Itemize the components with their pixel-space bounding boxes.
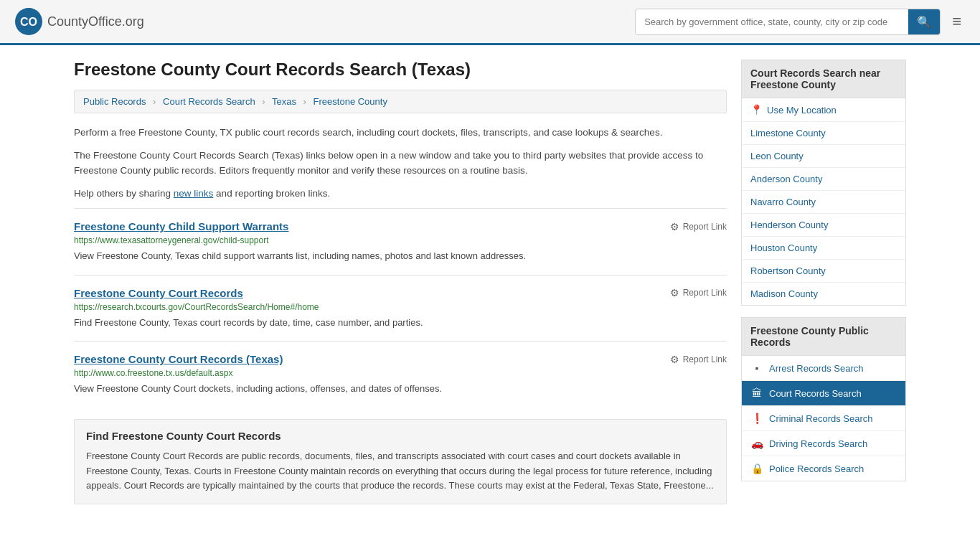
public-records-header: Freestone County Public Records	[741, 317, 906, 355]
report-icon-1: ⚙	[670, 287, 679, 298]
nearby-county-link-3[interactable]: Navarro County	[750, 197, 816, 207]
header: CO CountyOffice.org 🔍 ≡	[0, 0, 980, 45]
use-location-item[interactable]: 📍 Use My Location	[742, 98, 905, 122]
nearby-county-link-1[interactable]: Leon County	[750, 151, 804, 161]
pub-rec-link-2[interactable]: Criminal Records Search	[769, 413, 873, 424]
nearby-county-item: Leon County	[742, 145, 905, 168]
report-link-1[interactable]: ⚙ Report Link	[670, 287, 727, 298]
nearby-county-item: Henderson County	[742, 214, 905, 237]
result-url-0: https://www.texasattorneygeneral.gov/chi…	[74, 235, 727, 245]
content-area: Freestone County Court Records Search (T…	[74, 60, 727, 504]
description-1: Perform a free Freestone County, TX publ…	[74, 125, 727, 141]
breadcrumb-freestone-county[interactable]: Freestone County	[314, 96, 387, 107]
logo-text: CountyOffice.org	[47, 14, 144, 29]
find-section: Find Freestone County Court Records Free…	[74, 419, 727, 504]
search-input[interactable]	[636, 11, 908, 33]
pub-rec-link-3[interactable]: Driving Records Search	[769, 438, 867, 449]
nearby-counties-list: Limestone CountyLeon CountyAnderson Coun…	[742, 122, 905, 305]
nearby-county-item: Houston County	[742, 237, 905, 260]
pub-rec-icon-2: ❗	[750, 413, 763, 424]
pub-rec-link-0[interactable]: Arrest Records Search	[769, 363, 864, 374]
result-desc-1: Find Freestone County, Texas court recor…	[74, 316, 727, 330]
pub-rec-icon-1: 🏛	[750, 387, 763, 399]
pub-rec-icon-3: 🚗	[750, 438, 763, 449]
public-records-list: ▪ Arrest Records Search 🏛 Court Records …	[741, 355, 906, 481]
report-icon-0: ⚙	[670, 221, 679, 232]
breadcrumb-texas[interactable]: Texas	[272, 96, 296, 107]
header-right: 🔍 ≡	[635, 8, 966, 35]
result-header: Freestone County Court Records ⚙ Report …	[74, 287, 727, 299]
nearby-county-item: Limestone County	[742, 122, 905, 145]
main-container: Freestone County Court Records Search (T…	[60, 45, 920, 519]
result-title-0[interactable]: Freestone County Child Support Warrants	[74, 220, 288, 232]
use-location-link[interactable]: Use My Location	[767, 105, 837, 116]
pub-rec-item[interactable]: 🏛 Court Records Search	[742, 381, 905, 406]
sidebar: Court Records Search near Freestone Coun…	[741, 60, 906, 504]
nearby-county-link-7[interactable]: Madison County	[750, 288, 818, 299]
nearby-header: Court Records Search near Freestone Coun…	[741, 60, 906, 98]
nearby-county-link-4[interactable]: Henderson County	[750, 220, 828, 230]
pub-rec-item[interactable]: 🔒 Police Records Search	[742, 456, 905, 481]
report-link-0[interactable]: ⚙ Report Link	[670, 221, 727, 232]
pub-rec-link-1[interactable]: Court Records Search	[769, 388, 862, 399]
nearby-county-item: Robertson County	[742, 260, 905, 283]
result-title-1[interactable]: Freestone County Court Records	[74, 287, 243, 299]
report-icon-2: ⚙	[670, 354, 679, 365]
result-desc-0: View Freestone County, Texas child suppo…	[74, 249, 727, 263]
result-item: Freestone County Court Records (Texas) ⚙…	[74, 341, 727, 408]
new-links[interactable]: new links	[174, 188, 214, 199]
pub-rec-item[interactable]: ▪ Arrest Records Search	[742, 356, 905, 381]
nearby-county-link-0[interactable]: Limestone County	[750, 128, 826, 138]
pub-rec-item[interactable]: ❗ Criminal Records Search	[742, 406, 905, 431]
svg-text:CO: CO	[20, 16, 37, 28]
result-desc-2: View Freestone County Court dockets, inc…	[74, 382, 727, 396]
pub-rec-item[interactable]: 🚗 Driving Records Search	[742, 431, 905, 456]
description-3: Help others by sharing new links and rep…	[74, 186, 727, 202]
nearby-county-item: Madison County	[742, 283, 905, 305]
nearby-county-link-5[interactable]: Houston County	[750, 242, 817, 253]
pub-rec-icon-0: ▪	[750, 362, 763, 374]
nearby-section: Court Records Search near Freestone Coun…	[741, 60, 906, 306]
logo-icon: CO	[14, 7, 43, 36]
search-button[interactable]: 🔍	[908, 9, 940, 34]
nearby-county-item: Navarro County	[742, 191, 905, 214]
description-2: The Freestone County Court Records Searc…	[74, 148, 727, 179]
breadcrumb-court-records-search[interactable]: Court Records Search	[163, 96, 255, 107]
result-header: Freestone County Court Records (Texas) ⚙…	[74, 353, 727, 365]
nearby-list: 📍 Use My Location Limestone CountyLeon C…	[741, 98, 906, 306]
find-section-desc: Freestone County Court Records are publi…	[86, 449, 715, 494]
breadcrumb: Public Records › Court Records Search › …	[74, 90, 727, 113]
pub-rec-icon-4: 🔒	[750, 463, 763, 474]
page-title: Freestone County Court Records Search (T…	[74, 60, 727, 80]
pub-rec-link-4[interactable]: Police Records Search	[769, 463, 864, 474]
result-item: Freestone County Child Support Warrants …	[74, 208, 727, 275]
report-link-2[interactable]: ⚙ Report Link	[670, 354, 727, 365]
find-section-title: Find Freestone County Court Records	[86, 430, 715, 442]
public-records-section: Freestone County Public Records ▪ Arrest…	[741, 317, 906, 481]
nearby-county-link-2[interactable]: Anderson County	[750, 174, 822, 184]
search-bar: 🔍	[635, 9, 941, 35]
result-url-1: https://research.txcourts.gov/CourtRecor…	[74, 302, 727, 312]
logo: CO CountyOffice.org	[14, 7, 144, 36]
result-title-2[interactable]: Freestone County Court Records (Texas)	[74, 353, 283, 365]
result-header: Freestone County Child Support Warrants …	[74, 220, 727, 232]
pin-icon: 📍	[750, 104, 763, 116]
menu-icon[interactable]: ≡	[948, 8, 966, 35]
nearby-county-link-6[interactable]: Robertson County	[750, 265, 826, 276]
breadcrumb-public-records[interactable]: Public Records	[83, 96, 146, 107]
nearby-county-item: Anderson County	[742, 168, 905, 191]
result-url-2: http://www.co.freestone.tx.us/default.as…	[74, 368, 727, 378]
results-container: Freestone County Child Support Warrants …	[74, 208, 727, 408]
result-item: Freestone County Court Records ⚙ Report …	[74, 275, 727, 342]
